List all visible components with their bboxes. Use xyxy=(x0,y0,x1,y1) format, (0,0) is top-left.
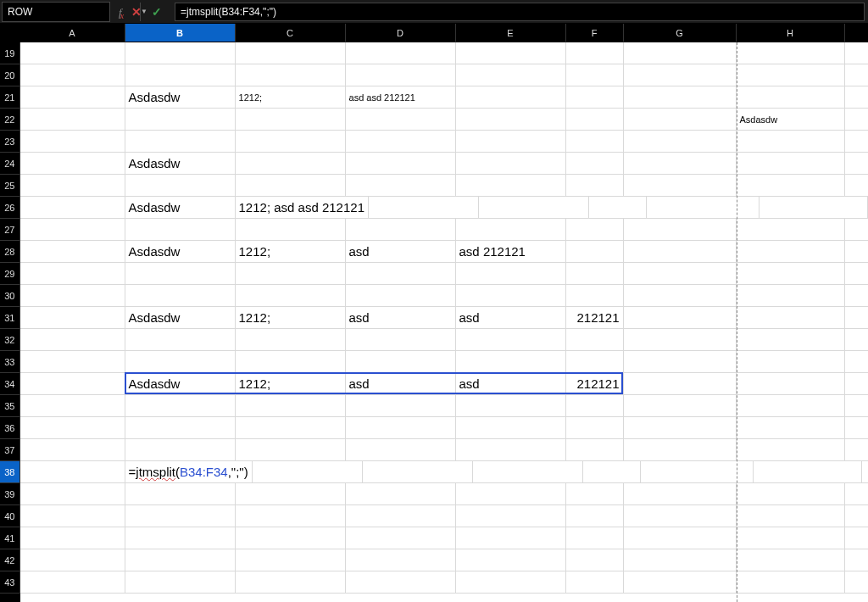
cell-C36[interactable] xyxy=(236,417,346,438)
col-head-G[interactable]: G xyxy=(624,24,737,42)
cell-C34[interactable]: 1212; xyxy=(236,373,346,394)
cell-F33[interactable] xyxy=(566,351,624,372)
cell-D24[interactable] xyxy=(346,153,456,174)
cell-A40[interactable] xyxy=(20,505,125,527)
cell-G43[interactable] xyxy=(624,571,737,593)
cell-B21[interactable]: Asdasdw xyxy=(125,86,236,108)
cell-H34[interactable] xyxy=(737,373,845,394)
cell-E26[interactable] xyxy=(479,197,589,218)
cell-H42[interactable] xyxy=(737,549,845,571)
row-head-24[interactable]: 24 xyxy=(0,153,20,175)
cell-D30[interactable] xyxy=(346,285,456,306)
cell-B41[interactable] xyxy=(125,527,236,549)
cell-D38[interactable] xyxy=(363,461,473,482)
cell-A36[interactable] xyxy=(20,417,125,438)
cell-A39[interactable] xyxy=(20,483,125,504)
cell-G34[interactable] xyxy=(624,373,737,394)
cell-D19[interactable] xyxy=(346,42,456,64)
cell-A25[interactable] xyxy=(20,175,125,196)
cell-D20[interactable] xyxy=(346,64,456,86)
cell-F39[interactable] xyxy=(566,483,624,504)
cell-D43[interactable] xyxy=(346,571,456,593)
cell-G37[interactable] xyxy=(624,439,737,460)
row-head-26[interactable]: 26 xyxy=(0,197,20,219)
cell-D41[interactable] xyxy=(346,527,456,549)
cell-C42[interactable] xyxy=(236,549,346,571)
cell-D21[interactable]: asd asd 212121 xyxy=(346,86,456,108)
row-head-33[interactable]: 33 xyxy=(0,351,20,373)
row-head-20[interactable]: 20 xyxy=(0,64,20,86)
cell-D25[interactable] xyxy=(346,175,456,196)
cell-E24[interactable] xyxy=(456,153,566,174)
cell-D39[interactable] xyxy=(346,483,456,504)
cell-A35[interactable] xyxy=(20,395,125,416)
cell-F38[interactable] xyxy=(583,461,641,482)
cell-G28[interactable] xyxy=(624,241,737,262)
cell-H39[interactable] xyxy=(737,483,845,504)
cell-H27[interactable] xyxy=(737,219,845,240)
cell-C39[interactable] xyxy=(236,483,346,504)
cell-H37[interactable] xyxy=(737,439,845,460)
cell-E43[interactable] xyxy=(456,571,566,593)
cell-E21[interactable] xyxy=(456,86,566,108)
cell-H32[interactable] xyxy=(737,329,845,350)
cell-G39[interactable] xyxy=(624,483,737,504)
cell-G30[interactable] xyxy=(624,285,737,306)
cell-D35[interactable] xyxy=(346,395,456,416)
cell-B19[interactable] xyxy=(125,42,236,64)
cell-C35[interactable] xyxy=(236,395,346,416)
cell-E25[interactable] xyxy=(456,175,566,196)
row-head-19[interactable]: 19 xyxy=(0,42,20,64)
row-head-22[interactable]: 22 xyxy=(0,109,20,131)
row-head-27[interactable]: 27 xyxy=(0,219,20,241)
cell-B32[interactable] xyxy=(125,329,236,350)
cell-G20[interactable] xyxy=(624,64,737,86)
cell-B29[interactable] xyxy=(125,263,236,284)
col-head-E[interactable]: E xyxy=(456,24,566,42)
cell-H35[interactable] xyxy=(737,395,845,416)
cell-F22[interactable] xyxy=(566,109,624,130)
cell-F19[interactable] xyxy=(566,42,624,64)
cell-E19[interactable] xyxy=(456,42,566,64)
cell-E42[interactable] xyxy=(456,549,566,571)
cell-C41[interactable] xyxy=(236,527,346,549)
cell-E23[interactable] xyxy=(456,131,566,152)
cell-B25[interactable] xyxy=(125,175,236,196)
cell-F42[interactable] xyxy=(566,549,624,571)
cell-G42[interactable] xyxy=(624,549,737,571)
col-head-F[interactable]: F xyxy=(566,24,624,42)
row-head-31[interactable]: 31 xyxy=(0,307,20,329)
cell-A42[interactable] xyxy=(20,549,125,571)
cell-B40[interactable] xyxy=(125,505,236,527)
cell-A20[interactable] xyxy=(20,64,125,86)
cell-F24[interactable] xyxy=(566,153,624,174)
cell-G29[interactable] xyxy=(624,263,737,284)
cell-A22[interactable] xyxy=(20,109,125,130)
cell-A26[interactable] xyxy=(20,197,125,218)
row-head-42[interactable]: 42 xyxy=(0,549,20,571)
cell-C30[interactable] xyxy=(236,285,346,306)
cell-D31[interactable]: asd xyxy=(346,307,456,328)
row-head-40[interactable]: 40 xyxy=(0,505,20,527)
cell-C22[interactable] xyxy=(236,109,346,130)
cell-G19[interactable] xyxy=(624,42,737,64)
cell-C25[interactable] xyxy=(236,175,346,196)
cell-G26[interactable] xyxy=(647,197,760,218)
cell-H24[interactable] xyxy=(737,153,845,174)
cell-H29[interactable] xyxy=(737,263,845,284)
cell-B20[interactable] xyxy=(125,64,236,86)
cell-B22[interactable] xyxy=(125,109,236,130)
cell-H19[interactable] xyxy=(737,42,845,64)
cell-F41[interactable] xyxy=(566,527,624,549)
cell-A21[interactable] xyxy=(20,86,125,108)
cell-A23[interactable] xyxy=(20,131,125,152)
col-head-A[interactable]: A xyxy=(20,24,125,42)
cell-A32[interactable] xyxy=(20,329,125,350)
cell-F20[interactable] xyxy=(566,64,624,86)
cell-B31[interactable]: Asdasdw xyxy=(125,307,236,328)
cell-E35[interactable] xyxy=(456,395,566,416)
cell-D42[interactable] xyxy=(346,549,456,571)
cell-D33[interactable] xyxy=(346,351,456,372)
cell-D40[interactable] xyxy=(346,505,456,527)
cell-E28[interactable]: asd 212121 xyxy=(456,241,566,262)
